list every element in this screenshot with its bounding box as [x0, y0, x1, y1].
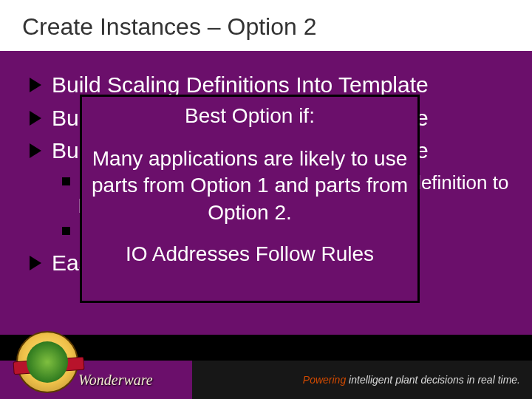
brand-script: Wonderware — [78, 372, 153, 389]
triangle-bullet-icon — [30, 256, 41, 270]
title-bar: Create Instances – Option 2 — [0, 0, 532, 51]
footer-tagline: Powering intelligent plant decisions in … — [303, 374, 520, 386]
slide-title: Create Instances – Option 2 — [22, 13, 510, 41]
tagline-accent: Powering — [303, 374, 346, 386]
tagline-rest: intelligent plant decisions in real time… — [346, 374, 520, 386]
callout-title: Best Option if: — [88, 104, 412, 128]
callout-body: Many applications are likely to use part… — [91, 146, 409, 226]
callout-footer: IO Addresses Follow Rules — [88, 242, 412, 266]
badge-ribbon — [13, 357, 84, 375]
footer-right-bar: Powering intelligent plant decisions in … — [192, 361, 532, 399]
footer: Powering intelligent plant decisions in … — [0, 340, 532, 399]
globe-badge-icon — [16, 331, 78, 393]
square-bullet-icon — [62, 227, 70, 235]
triangle-bullet-icon — [30, 78, 41, 92]
callout-box: Best Option if: Many applications are li… — [80, 95, 420, 303]
triangle-bullet-icon — [30, 143, 41, 158]
triangle-bullet-icon — [30, 111, 41, 126]
square-bullet-icon — [62, 177, 70, 185]
bullet-text: Build Scaling Definitions Into Template — [52, 72, 429, 97]
